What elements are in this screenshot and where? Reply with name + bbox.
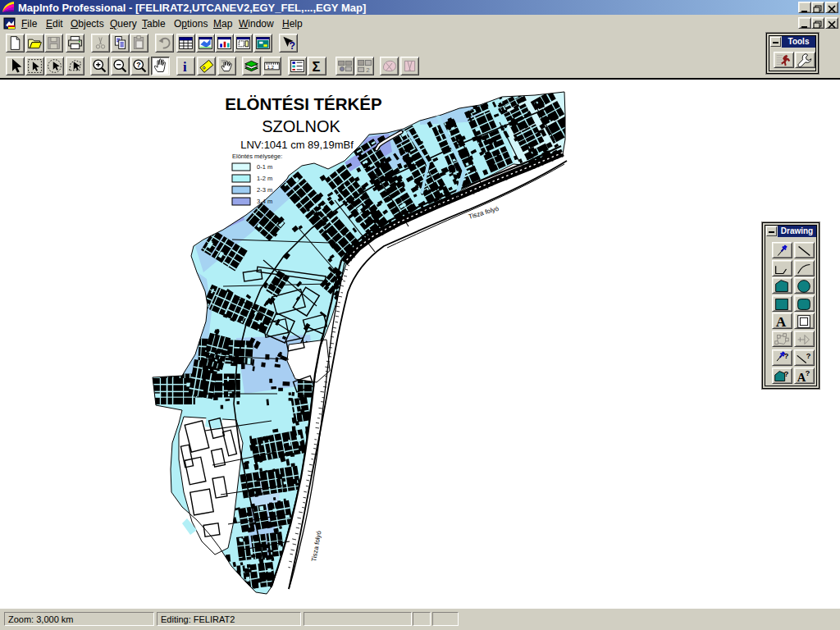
svg-text:Tisza folyó: Tisza folyó [310,530,323,562]
svg-text:?: ? [784,352,789,360]
svg-text:0-1 m: 0-1 m [257,163,272,171]
svg-text:LNV:1041 cm 89,19mBf: LNV:1041 cm 89,19mBf [240,139,354,151]
svg-text:?: ? [784,370,789,378]
svg-text:A: A [776,313,787,330]
svg-text:?: ? [136,61,140,69]
svg-text:i: i [183,59,187,75]
svg-text:?: ? [806,369,810,377]
svg-text:?: ? [806,352,811,360]
svg-text:1-2 m: 1-2 m [257,175,272,182]
svg-text:ELÖNTÉSI TÉRKÉP: ELÖNTÉSI TÉRKÉP [225,94,381,113]
svg-text:2-3 m: 2-3 m [257,186,272,194]
svg-text:2: 2 [366,66,369,74]
svg-text:Σ: Σ [312,59,320,75]
svg-text:?: ? [289,40,294,52]
svg-text:3-4 m: 3-4 m [257,198,272,205]
svg-text:Elöntés mélysége:: Elöntés mélysége: [232,153,282,160]
svg-text:SZOLNOK: SZOLNOK [262,117,340,135]
svg-text:1.2: 1.2 [267,64,274,70]
svg-text:Tisza folyó: Tisza folyó [468,205,500,221]
